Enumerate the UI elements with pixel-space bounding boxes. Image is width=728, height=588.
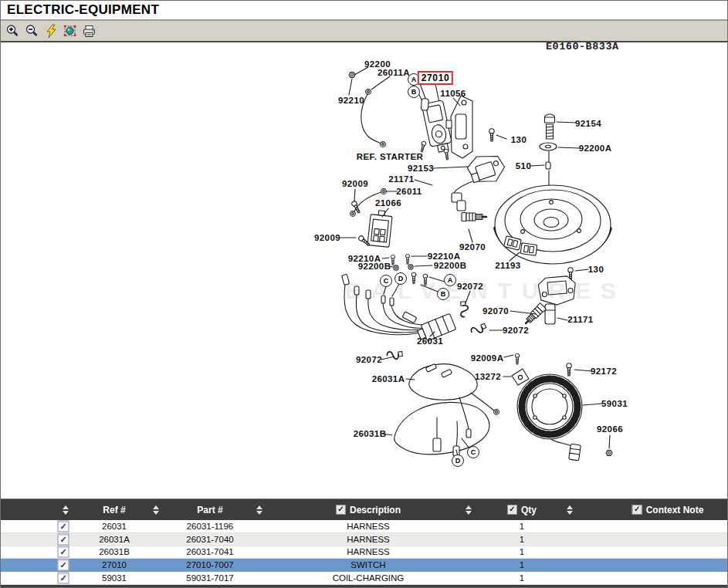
part-label-92200b[interactable]: 92200B — [434, 261, 467, 270]
callout-d: D — [394, 272, 407, 285]
part-label-92200a[interactable]: 92200A — [579, 144, 612, 153]
notes-icon[interactable]: ✓ — [58, 573, 69, 584]
table-row-26031b[interactable]: ✓26031B26031-7041HARNESS1 — [0, 546, 728, 559]
cell-ref: 26031 — [102, 522, 127, 531]
table-body: ✓2603126031-1196HARNESS1✓26031A26031-704… — [0, 520, 728, 585]
pan-select-icon[interactable] — [62, 23, 79, 39]
cell-desc: COIL-CHARGING — [333, 573, 405, 583]
part-label-21193[interactable]: 21193 — [495, 261, 520, 270]
page-title: ELECTRIC-EQUIPMENT — [0, 0, 728, 18]
sort-icon[interactable] — [256, 505, 262, 515]
column-label: Description — [350, 505, 401, 515]
cell-part: 26031-7040 — [186, 535, 233, 544]
cell-desc: HARNESS — [347, 522, 390, 531]
print-icon[interactable] — [81, 23, 98, 39]
part-label-92210[interactable]: 92210 — [338, 96, 364, 105]
part-label-59031[interactable]: 59031 — [601, 399, 628, 408]
part-label-130[interactable]: 130 — [511, 135, 527, 144]
cell-part: 59031-7017 — [186, 573, 233, 583]
cell-qty: 1 — [520, 560, 524, 569]
part-label-26011[interactable]: 26011 — [396, 187, 422, 196]
part-label-26031b[interactable]: 26031B — [354, 429, 387, 438]
notes-icon[interactable]: ✓ — [58, 546, 69, 558]
checkbox-note[interactable]: ✓ — [632, 505, 642, 515]
notes-icon[interactable]: ✓ — [58, 520, 69, 532]
column-header-note[interactable]: ✓Context Note — [632, 505, 704, 515]
column-header-qty[interactable]: ✓Qty — [507, 505, 537, 515]
part-label-92009[interactable]: 92009 — [342, 179, 368, 188]
part-label-13272[interactable]: 13272 — [475, 372, 501, 381]
part-label-92210a[interactable]: 92210A — [428, 252, 461, 261]
sort-icon[interactable] — [567, 505, 573, 515]
column-label: Ref # — [103, 505, 125, 515]
part-label-92066[interactable]: 92066 — [597, 424, 623, 434]
cell-ref: 59031 — [102, 573, 127, 583]
part-label-21066[interactable]: 21066 — [375, 198, 401, 208]
part-label-26031a[interactable]: 26031A — [372, 374, 405, 384]
column-header-desc[interactable]: ✓Description — [336, 505, 401, 515]
part-label-130[interactable]: 130 — [588, 265, 604, 274]
bottom-bar — [0, 585, 728, 588]
notes-icon[interactable]: ✓ — [58, 533, 69, 545]
cell-desc: HARNESS — [347, 547, 390, 556]
part-label-92172[interactable]: 92172 — [591, 367, 617, 376]
flash-icon[interactable] — [42, 23, 59, 39]
part-label-21171[interactable]: 21171 — [567, 315, 593, 324]
cell-desc: SWITCH — [350, 560, 385, 569]
table-row-26031a[interactable]: ✓26031A26031-7040HARNESS1 — [0, 533, 728, 546]
part-label-11056[interactable]: 11056 — [440, 89, 466, 98]
part-label-92070[interactable]: 92070 — [483, 306, 509, 316]
notes-icon[interactable]: ✓ — [58, 559, 69, 571]
highlighted-part-label-27010[interactable]: 27010 — [418, 71, 453, 85]
part-label-26011a[interactable]: 26011A — [378, 68, 410, 77]
cell-part: 26031-1196 — [187, 522, 234, 531]
part-label-92072[interactable]: 92072 — [356, 355, 382, 364]
cell-qty: 1 — [520, 522, 524, 531]
part-label-92009a[interactable]: 92009A — [471, 353, 504, 363]
part-label-21171[interactable]: 21171 — [388, 174, 414, 184]
table-row-26031[interactable]: ✓2603126031-1196HARNESS1 — [0, 520, 728, 533]
column-label: Context Note — [646, 505, 704, 515]
table-header: Ref #Part #✓Description✓Qty✓Context Note — [0, 498, 728, 520]
sort-icon[interactable] — [63, 505, 69, 515]
diagram-code: E0160-B833A — [546, 41, 619, 52]
table-row-27010[interactable]: ✓2701027010-7007SWITCH1 — [0, 559, 728, 572]
callout-d: D — [452, 455, 464, 467]
part-label-92009[interactable]: 92009 — [314, 233, 340, 242]
table-row-59031[interactable]: ✓5903159031-7017COIL-CHARGING1 — [0, 572, 728, 585]
cell-ref: 27010 — [102, 560, 127, 569]
sort-icon[interactable] — [466, 505, 472, 515]
part-label-92153[interactable]: 92153 — [408, 164, 434, 173]
cell-desc: HARNESS — [347, 535, 390, 544]
callout-c: C — [467, 446, 479, 458]
callout-a: A — [444, 274, 456, 286]
column-label: Qty — [521, 505, 537, 515]
title-bar: ELECTRIC-EQUIPMENT — [0, 0, 728, 21]
part-label-92154[interactable]: 92154 — [575, 119, 601, 128]
diagram-canvas[interactable]: EALVENTURES E0160-B833A 9220026011A92210… — [0, 0, 728, 498]
part-label-92200b[interactable]: 92200B — [358, 262, 391, 271]
part-label-92072[interactable]: 92072 — [503, 326, 529, 335]
callout-c: C — [380, 275, 392, 287]
column-header-part[interactable]: Part # — [197, 505, 222, 515]
callout-b: B — [437, 288, 449, 300]
part-label-ref-starter[interactable]: REF. STARTER — [357, 152, 423, 161]
callout-b: B — [408, 86, 420, 98]
cell-part: 26031-7041 — [186, 547, 233, 556]
part-label-26031[interactable]: 26031 — [417, 336, 443, 346]
checkbox-desc[interactable]: ✓ — [336, 505, 346, 515]
cell-qty: 1 — [520, 535, 524, 544]
column-header-ref[interactable]: Ref # — [103, 505, 125, 515]
cell-qty: 1 — [520, 573, 524, 583]
parts-table: Ref #Part #✓Description✓Qty✓Context Note… — [0, 498, 728, 585]
part-label-92072[interactable]: 92072 — [457, 282, 483, 291]
app-window: EALVENTURES E0160-B833A 9220026011A92210… — [0, 0, 728, 588]
toolbar — [0, 21, 728, 42]
part-label-510[interactable]: 510 — [516, 161, 531, 171]
cell-part: 27010-7007 — [186, 560, 233, 569]
checkbox-qty[interactable]: ✓ — [507, 505, 517, 515]
sort-icon[interactable] — [153, 505, 159, 515]
zoom-out-icon[interactable] — [23, 23, 40, 39]
part-label-92070[interactable]: 92070 — [459, 242, 486, 252]
zoom-in-icon[interactable] — [4, 23, 21, 39]
